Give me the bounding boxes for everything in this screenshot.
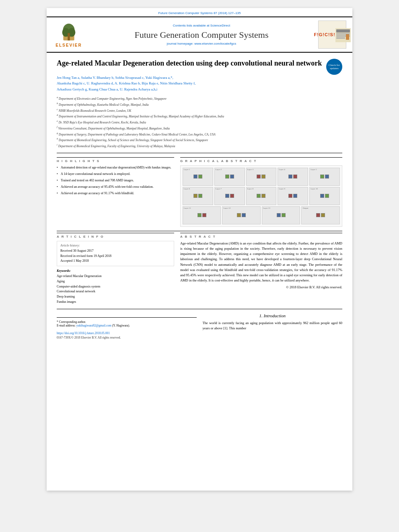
affil-d: d Department of Instrumentation and Cont…	[57, 113, 342, 119]
keyword-3: Computer-aided diagnosis system	[57, 284, 174, 290]
keywords-section: Keywords: Age-related Macular Degenerati…	[57, 269, 174, 305]
ga-cell-10: Layer 10	[309, 187, 340, 205]
highlights-graphical-section: H I G H L I G H T S Automated detection …	[57, 157, 342, 227]
affil-a: a Department of Electronics and Computer…	[57, 95, 342, 101]
check-updates-badge: Check for updates	[326, 59, 342, 75]
graphical-abstract-image: Layer 1 Layer 2	[180, 165, 342, 227]
sciencedirect-link[interactable]: ScienceDirect	[210, 24, 230, 27]
affil-h: h Department of Biomedical Engineering, …	[57, 137, 342, 142]
abstract-label: A B S T R A C T	[180, 233, 342, 238]
footnote-intro-columns: * Corresponding author. E-mail address: …	[57, 313, 342, 339]
keywords-label: Keywords:	[57, 269, 174, 274]
svg-rect-9	[346, 34, 349, 40]
elsevier-logo: ELSEVIER	[53, 22, 85, 47]
highlights-column: H I G H L I G H T S Automated detection …	[57, 157, 174, 227]
journal-ref-text: Future Generation Computer Systems 87 (2…	[158, 11, 241, 15]
keyword-5: Deep learning	[57, 294, 174, 300]
revised-date: Received in revised form 19 April 2018	[60, 254, 171, 259]
article-info-column: A R T I C L E I N F O Article history: R…	[57, 233, 174, 305]
check-badge-line2: updates	[329, 67, 340, 70]
highlights-label: H I G H L I G H T S	[57, 157, 174, 163]
svg-rect-5	[336, 29, 350, 33]
ga-cell-11: Layer 11	[183, 206, 221, 224]
abstract-text: Age-related Macular Degeneration (AMD) i…	[180, 241, 342, 290]
authors-line3: Arkadiusz Gertych g, Kuang Chua Chua a, …	[57, 86, 342, 92]
ga-cell-12: Layer 12	[222, 206, 261, 224]
svg-rect-8	[336, 37, 345, 39]
affiliations: a Department of Electronics and Computer…	[57, 95, 342, 153]
check-badge-line1: Check for	[329, 64, 340, 67]
highlight-item-5: Achieved an average accuracy of 91.17% w…	[57, 191, 174, 196]
ga-cell-8: Layer 8	[246, 187, 277, 205]
article-history-box: Article history: Received 30 August 2017…	[57, 241, 174, 266]
affil-f: f Vitreoretina Consultant, Department of…	[57, 125, 342, 131]
ga-cell-9: Layer 9	[278, 187, 308, 205]
figcisi-text: F!G!C!S!	[314, 32, 335, 37]
ga-cell-6: Layer 6	[183, 187, 213, 205]
title-row: Age-related Macular Degeneration detecti…	[57, 59, 342, 75]
highlight-item-2: A 14-layer convolutional neural network …	[57, 172, 174, 177]
keyword-4: Convolutional neural network	[57, 289, 174, 294]
highlight-item-4: Achieved an average accuracy of 95.45% w…	[57, 185, 174, 189]
page: Future Generation Computer Systems 87 (2…	[47, 8, 352, 491]
figcisi-image	[335, 28, 351, 42]
email-line: E-mail address: yukihagiwara92@gmail.com…	[57, 324, 197, 327]
svg-rect-4	[68, 33, 70, 40]
email-suffix: (Y. Hagiwara).	[112, 324, 130, 327]
highlights-list: Automated detection of age-related macul…	[57, 165, 174, 196]
email-address[interactable]: yukihagiwara92@gmail.com	[76, 324, 111, 327]
graphical-abstract-column: G R A P H I C A L A B S T R A C T Layer …	[180, 157, 342, 227]
ga-cell-13: Layer 13	[262, 206, 300, 224]
keyword-6: Fundus images	[57, 300, 174, 305]
history-label: Article history:	[60, 243, 171, 249]
authors: Jen Hong Tan a, Sulatha V. Bhandary b, S…	[57, 75, 342, 92]
highlight-item-1: Automated detection of age-related macul…	[57, 165, 174, 170]
affil-b: b Department of Ophthalmology, Kasturba …	[57, 101, 342, 107]
affil-i: i Department of Biomedical Engineering, …	[57, 143, 342, 148]
contents-available: Contents lists available at ScienceDirec…	[89, 24, 314, 27]
figcisi-badge: F!G!C!S!	[318, 21, 346, 49]
keyword-2: Aging	[57, 279, 174, 284]
article-info-abstract-section: A R T I C L E I N F O Article history: R…	[57, 231, 342, 305]
ga-cell-2: Layer 2	[214, 168, 245, 186]
footnote-column: * Corresponding author. E-mail address: …	[57, 313, 197, 339]
ga-cell-14: Output	[301, 206, 340, 224]
doi-copyright: 0167-739X/© 2018 Elsevier B.V. All right…	[57, 336, 197, 339]
email-label: E-mail address:	[57, 324, 76, 327]
homepage-link[interactable]: www.elsevier.com/locate/fgcs	[194, 42, 236, 45]
intro-heading: Introduction	[263, 313, 286, 318]
affil-g: g Department of Surgery, Department of P…	[57, 131, 342, 137]
journal-homepage: journal homepage: www.elsevier.com/locat…	[89, 42, 314, 45]
elsevier-text: ELSEVIER	[56, 43, 82, 47]
accepted-date: Accepted 1 May 2018	[60, 259, 171, 264]
ga-cell-5: Layer 5	[309, 168, 340, 186]
journal-header-band: ELSEVIER Contents lists available at Sci…	[47, 16, 352, 53]
received-date: Received 30 August 2017	[60, 249, 171, 254]
ga-row1: Layer 1 Layer 2	[183, 168, 340, 186]
ga-row3: Layer 11 Layer 12	[183, 206, 340, 224]
journal-reference: Future Generation Computer Systems 87 (2…	[47, 8, 352, 16]
intro-section: * Corresponding author. E-mail address: …	[57, 313, 342, 339]
journal-title: Future Generation Computer Systems	[89, 30, 314, 40]
keyword-1: Age-related Macular Degeneration	[57, 274, 174, 279]
authors-line1: Jen Hong Tan a, Sulatha V. Bhandary b, S…	[57, 75, 342, 80]
authors-line2: Akanksha Bagchi c, U. Raghavendra d, A. …	[57, 80, 342, 86]
section-divider	[57, 309, 342, 309]
header-center: Contents lists available at ScienceDirec…	[89, 24, 314, 45]
main-content: Age-related Macular Degeneration detecti…	[47, 53, 352, 345]
article-title: Age-related Macular Degeneration detecti…	[57, 59, 322, 68]
graphical-abstract-label: G R A P H I C A L A B S T R A C T	[180, 157, 342, 163]
ga-cell-7: Layer 7	[214, 187, 245, 205]
abstract-column: A B S T R A C T Age-related Macular Dege…	[180, 233, 342, 305]
ga-cell-3: Layer 3	[246, 168, 277, 186]
elsevier-tree-icon	[59, 22, 79, 42]
doi-url[interactable]: https://doi.org/10.1016/j.future.2018.05…	[57, 331, 197, 335]
corresponding-author: * Corresponding author.	[57, 320, 197, 324]
intro-text: The world is currently facing an aging p…	[203, 320, 343, 331]
affil-c: c NIHR Moorfields Biomedical Research Ce…	[57, 107, 342, 113]
intro-title: 1. Introduction	[203, 313, 343, 318]
ga-row2: Layer 6 Layer 7	[183, 187, 340, 205]
ga-cell-4: Layer 4	[278, 168, 308, 186]
intro-column: 1. Introduction The world is currently f…	[203, 313, 343, 339]
ga-cell-1: Layer 1	[183, 168, 213, 186]
